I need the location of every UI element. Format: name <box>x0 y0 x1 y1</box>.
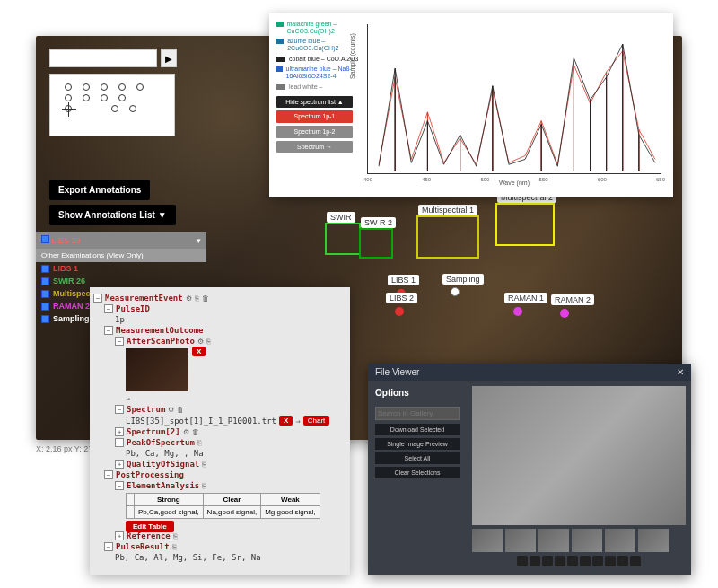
roi-swir[interactable]: SWIR <box>325 223 361 255</box>
file-viewer-panel: File Viewer✕ Options Download SelectedSi… <box>368 364 691 575</box>
gallery-main-image[interactable] <box>472 386 686 525</box>
spectrum-select-button[interactable]: Spectrum 1p-1 <box>276 110 353 123</box>
fv-action-button[interactable]: Select All <box>375 452 460 464</box>
gallery-thumb[interactable] <box>505 529 536 552</box>
gallery-control-button[interactable] <box>530 556 540 566</box>
copy-icon[interactable]: ⎘ <box>195 294 199 303</box>
hide-spectrum-button[interactable]: Hide spectrum list ▲ <box>276 96 353 109</box>
options-heading: Options <box>375 388 460 398</box>
xtick: 500 <box>480 177 489 182</box>
close-icon[interactable]: ✕ <box>677 367 684 377</box>
fv-action-button[interactable]: Clear Selections <box>375 467 460 478</box>
gallery-search-input[interactable] <box>375 407 460 420</box>
gallery-control-button[interactable] <box>617 556 628 566</box>
spectrum-select-button[interactable]: Spectrum → <box>276 141 353 154</box>
delete-spectrum-button[interactable]: X <box>279 416 293 426</box>
spectrum-panel: malachite green – CuCO3.Cu(OH)2azurite b… <box>269 13 673 197</box>
chart-ylabel: Sample (counts) <box>349 33 355 79</box>
exam-subheader: Other Examinations (View Only) <box>36 249 206 262</box>
pulse-id-value: 1p <box>115 315 125 324</box>
delete-photo-button[interactable]: X <box>192 347 206 356</box>
trash-icon[interactable]: 🗑 <box>202 294 209 303</box>
gallery-thumb[interactable] <box>472 529 503 552</box>
mark-sampling[interactable]: Sampling <box>451 287 460 296</box>
gallery <box>467 381 691 572</box>
legend-item[interactable]: lead white – <box>276 83 362 91</box>
gallery-thumb[interactable] <box>638 529 669 552</box>
gallery-control-button[interactable] <box>517 556 528 566</box>
gallery-control-button[interactable] <box>555 556 565 566</box>
spectrum-file: LIBS[35]_spot[1]_I_1_P10001.trt <box>126 417 276 426</box>
show-annotations-list-button[interactable]: Show Annotations List ▼ <box>49 205 176 225</box>
xtick: 600 <box>598 177 607 182</box>
xtick: 550 <box>539 177 548 182</box>
gallery-control-button[interactable] <box>542 556 553 566</box>
gallery-thumb[interactable] <box>538 529 569 552</box>
roi-ms1[interactable]: Multispectral 1 <box>416 215 479 259</box>
collapse-icon[interactable]: ▾ <box>197 236 201 245</box>
gear-icon[interactable]: ⚙ <box>186 294 192 303</box>
fv-action-button[interactable]: Single Image Preview <box>375 438 460 450</box>
exam-item[interactable]: LIBS 1 <box>36 262 206 275</box>
xtick: 400 <box>363 177 372 182</box>
mark-libs2[interactable]: LIBS 2 <box>395 307 404 316</box>
gallery-thumb[interactable] <box>605 529 635 552</box>
open-chart-button[interactable]: Chart <box>303 416 330 426</box>
mark-raman1[interactable]: RAMAN 1 <box>513 307 522 316</box>
xtick: 450 <box>422 177 431 182</box>
measurement-tree-panel: −MeasurementEvent ⚙ ⎘ 🗑 −PulseID 1p −Mea… <box>90 287 350 575</box>
after-scan-thumbnail[interactable] <box>126 348 188 391</box>
search-bar: ▶ <box>49 49 177 67</box>
gallery-control-button[interactable] <box>567 556 578 566</box>
spectrum-chart[interactable]: Sample (counts) Wave (nm) 40045050055060… <box>367 24 661 174</box>
search-input[interactable] <box>49 49 157 67</box>
xtick: 650 <box>656 177 665 182</box>
peak-value: Pb, Ca, Mg, , Na <box>126 449 204 458</box>
mark-raman2[interactable]: RAMAN 2 <box>560 309 569 318</box>
export-annotations-button[interactable]: Export Annotations <box>49 180 150 200</box>
search-go-button[interactable]: ▶ <box>161 49 177 67</box>
point-grid-widget[interactable] <box>49 74 175 136</box>
exam-item[interactable]: SWIR 26 <box>36 275 206 287</box>
roi-ms2[interactable]: Multispectral 2 <box>495 203 555 246</box>
roi-swr2[interactable]: SW R 2 <box>359 228 393 259</box>
fv-action-button[interactable]: Download Selected <box>375 424 460 435</box>
gallery-control-button[interactable] <box>605 556 616 566</box>
exam-header[interactable]: LIBS 38 ▾ <box>36 232 206 249</box>
gallery-thumb[interactable] <box>572 529 602 552</box>
spectrum-select-button[interactable]: Spectrum 1p-2 <box>276 126 353 138</box>
gallery-control-button[interactable] <box>592 556 603 566</box>
gallery-control-button[interactable] <box>580 556 591 566</box>
pulse-result-value: Pb, Ca, Al, Mg, Si, Fe, Sr, Na <box>115 553 261 562</box>
chart-xlabel: Wave (nm) <box>499 180 530 186</box>
toggle-icon[interactable]: − <box>93 294 102 303</box>
element-analysis-table: StrongClearWeakPb,Ca,good signal,Na,good… <box>126 493 320 519</box>
gallery-control-button[interactable] <box>630 556 641 566</box>
file-viewer-title: File Viewer <box>375 367 419 377</box>
